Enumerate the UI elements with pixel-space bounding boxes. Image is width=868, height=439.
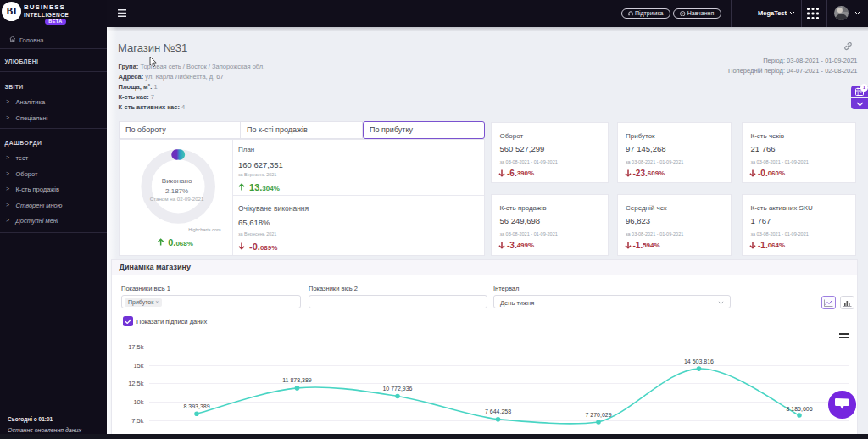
svg-text:?: ? [682,11,684,15]
